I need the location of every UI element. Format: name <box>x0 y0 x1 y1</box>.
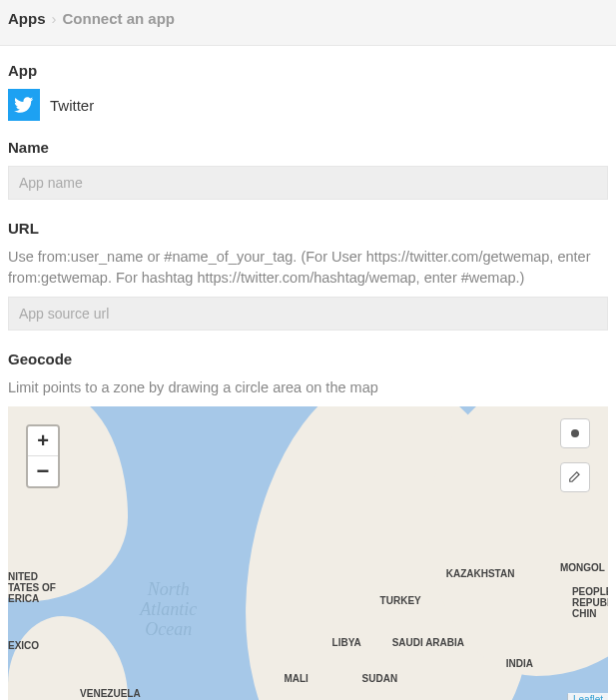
zoom-in-button[interactable]: + <box>28 426 58 456</box>
breadcrumb-root[interactable]: Apps <box>8 10 46 27</box>
zoom-out-button[interactable]: − <box>28 456 58 486</box>
app-label: App <box>8 62 608 79</box>
geocode-label: Geocode <box>8 350 608 367</box>
map-label-libya: LIBYA <box>332 637 361 648</box>
map-attribution[interactable]: Leaflet <box>568 693 608 700</box>
geocode-helper: Limit points to a zone by drawing a circ… <box>8 377 608 398</box>
map[interactable]: North Atlantic Ocean NITED TATES OF ERIC… <box>8 406 608 700</box>
map-label-kazakhstan: KAZAKHSTAN <box>446 568 515 579</box>
map-label-saudi: SAUDI ARABIA <box>392 637 464 648</box>
map-label-mexico: EXICO <box>8 640 39 651</box>
map-label-india: INDIA <box>506 658 533 669</box>
map-label-mongol: MONGOL <box>560 562 605 573</box>
name-input[interactable] <box>8 166 608 200</box>
breadcrumb-current: Connect an app <box>63 10 176 27</box>
breadcrumb: Apps › Connect an app <box>0 0 616 46</box>
draw-controls <box>560 418 590 492</box>
map-label-sudan: SUDAN <box>362 673 398 684</box>
circle-icon <box>571 429 579 437</box>
draw-circle-button[interactable] <box>560 418 590 448</box>
url-input[interactable] <box>8 297 608 331</box>
name-label: Name <box>8 139 608 156</box>
url-helper: Use from:user_name or #name_of_your_tag.… <box>8 247 608 289</box>
zoom-control: + − <box>26 424 60 488</box>
map-label-us: NITED TATES OF ERICA <box>8 571 56 604</box>
map-ocean-label: North Atlantic Ocean <box>140 580 197 639</box>
map-label-china: PEOPLE REPUBLI CHIN <box>572 586 608 619</box>
breadcrumb-separator: › <box>52 10 57 27</box>
app-row: Twitter <box>8 89 608 121</box>
edit-shape-button[interactable] <box>560 462 590 492</box>
map-label-mali: MALI <box>284 673 308 684</box>
app-name: Twitter <box>50 97 94 114</box>
edit-icon <box>568 469 582 486</box>
map-label-venezuela: VENEZUELA <box>80 688 141 699</box>
map-label-turkey: TURKEY <box>380 595 421 606</box>
twitter-icon <box>8 89 40 121</box>
url-label: URL <box>8 220 608 237</box>
